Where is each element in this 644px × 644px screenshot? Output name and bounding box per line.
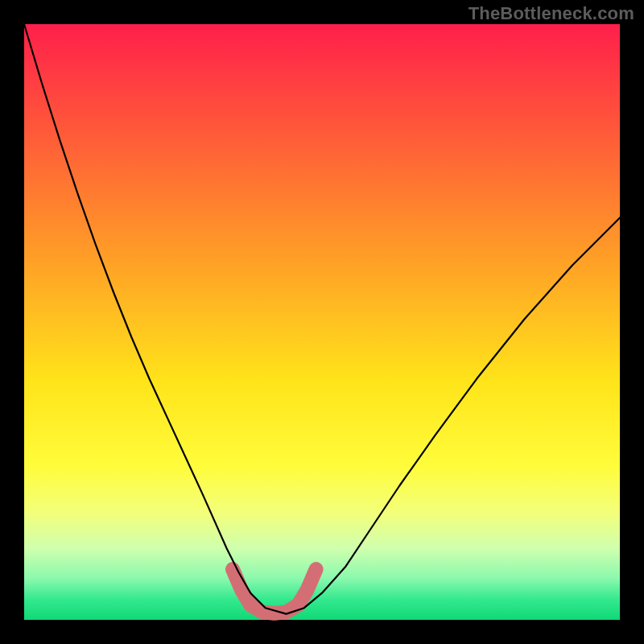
plot-background (24, 24, 620, 620)
watermark-text: TheBottleneck.com (469, 3, 634, 24)
bottleneck-chart (0, 0, 644, 644)
chart-frame: TheBottleneck.com (0, 0, 644, 644)
